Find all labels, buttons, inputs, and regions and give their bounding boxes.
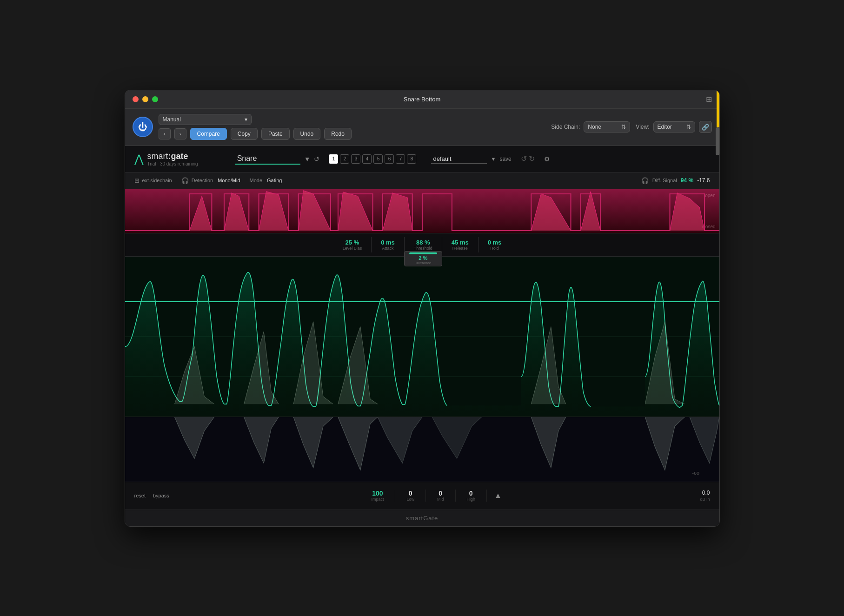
- mode-section[interactable]: Mode Gating: [250, 178, 282, 183]
- macro-name-input[interactable]: [431, 154, 487, 164]
- svg-rect-5: [125, 417, 719, 482]
- copy-button[interactable]: Copy: [231, 128, 258, 140]
- impact-label: Impact: [371, 497, 384, 502]
- undo-icon[interactable]: ↺: [521, 154, 527, 163]
- output-section: 0.0 dB In: [700, 490, 710, 502]
- svg-text:-60: -60: [692, 470, 699, 476]
- low-knob[interactable]: 0 Low: [395, 490, 426, 502]
- redo-icon[interactable]: ↻: [529, 154, 535, 163]
- view-dropdown[interactable]: Editor ⇅: [653, 121, 695, 132]
- signal-visualizer: -6 -12 -24 -36 75% 50% 25%: [125, 257, 719, 417]
- channel-btn-7[interactable]: 7: [396, 154, 405, 164]
- diff-signal-section: 🎧 Diff. Signal 94 % -17.6: [641, 177, 710, 184]
- attack-value: 0 ms: [381, 239, 395, 246]
- preset-arrow-icon[interactable]: ▼: [304, 155, 311, 163]
- close-button[interactable]: [133, 96, 139, 102]
- window-title: Snare Bottom: [404, 96, 441, 103]
- channel-btn-5[interactable]: 5: [373, 154, 383, 164]
- scroll-bar[interactable]: [716, 127, 719, 155]
- mid-knob[interactable]: 0 Mid: [426, 490, 456, 502]
- mid-label: Mid: [437, 497, 444, 502]
- preset-refresh-icon[interactable]: ↺: [314, 155, 319, 163]
- yellow-strip: [717, 90, 719, 127]
- channel-btn-6[interactable]: 6: [385, 154, 394, 164]
- minimize-button[interactable]: [142, 96, 148, 102]
- speaker-icon[interactable]: ▲: [487, 491, 509, 500]
- threshold-label: Threshold: [414, 246, 432, 251]
- link-button[interactable]: 🔗: [699, 121, 712, 133]
- detection-section[interactable]: 🎧 Detection Mono/Mid: [181, 177, 240, 184]
- tolerance-label: Tolerance: [415, 261, 431, 265]
- channel-btn-8[interactable]: 8: [407, 154, 416, 164]
- detection-mode-value: Mono/Mid: [218, 178, 240, 183]
- bottom-controls: reset bypass 100 Impact 0 Low 0 Mid 0 Hi…: [125, 482, 719, 510]
- diff-signal-label: Diff. Signal: [652, 178, 677, 183]
- channel-btn-3[interactable]: 3: [351, 154, 360, 164]
- mode-value: Gating: [267, 178, 282, 183]
- release-group[interactable]: 45 ms Release: [442, 237, 478, 252]
- ext-sidechain-item[interactable]: ⊟ ext.sidechain: [134, 177, 172, 184]
- high-value: 0: [469, 490, 473, 497]
- reset-button[interactable]: reset: [134, 493, 146, 498]
- params-bar: 25 % Level Bias 0 ms Attack 88 % Thresho…: [125, 233, 719, 257]
- preset-dropdown[interactable]: Manual ▾: [159, 114, 252, 125]
- ext-sidechain-icon: ⊟: [134, 177, 140, 184]
- channel-buttons: 1 2 3 4 5 6 7 8: [329, 154, 416, 164]
- release-value: 45 ms: [452, 239, 469, 246]
- save-button[interactable]: save: [499, 156, 511, 162]
- channel-btn-1[interactable]: 1: [329, 154, 338, 164]
- signal-bar: ⊟ ext.sidechain 🎧 Detection Mono/Mid Mod…: [125, 172, 719, 189]
- macro-arrow-icon[interactable]: ▼: [491, 156, 496, 162]
- view-label: View:: [636, 124, 649, 130]
- main-visualizer: open closed: [125, 189, 719, 482]
- preset-name-section: ▼ ↺: [235, 153, 320, 165]
- expand-icon[interactable]: ⊞: [706, 95, 712, 104]
- footer: smartGate: [125, 510, 719, 526]
- brand-logo: ⋀ smart:gate Trial · 30 days remaining: [134, 152, 198, 166]
- undo-redo-section: ↺ ↻: [521, 154, 535, 163]
- footer-text: smartGate: [406, 515, 439, 522]
- mid-value: 0: [439, 490, 442, 497]
- impact-value: 100: [372, 490, 383, 497]
- compare-button[interactable]: Compare: [190, 128, 227, 140]
- hold-value: 0 ms: [488, 239, 502, 246]
- hold-label: Hold: [490, 246, 499, 251]
- diff-headphone-icon: 🎧: [641, 177, 649, 184]
- impact-knob[interactable]: 100 Impact: [360, 490, 395, 502]
- signal-waveform-svg: [125, 257, 719, 417]
- lower-waveform-svg: -60: [125, 417, 719, 482]
- power-icon: ⏻: [138, 122, 147, 132]
- nav-next-button[interactable]: ›: [174, 128, 186, 139]
- level-bias-group[interactable]: 25 % Level Bias: [333, 237, 372, 252]
- bypass-button[interactable]: bypass: [153, 493, 169, 498]
- toolbar: ⏻ Manual ▾ ‹ › Compare Copy Paste Undo R…: [125, 109, 719, 146]
- threshold-line: [125, 301, 719, 302]
- preset-name-input[interactable]: [235, 153, 300, 165]
- level-bias-value: 25 %: [346, 239, 359, 246]
- hold-group[interactable]: 0 ms Hold: [478, 237, 511, 252]
- high-knob[interactable]: 0 High: [456, 490, 487, 502]
- plugin-window: Snare Bottom ⊞ ⏻ Manual ▾ ‹ › Compare Co…: [125, 90, 720, 527]
- side-chain-dropdown[interactable]: None ⇅: [584, 121, 630, 132]
- channel-btn-4[interactable]: 4: [362, 154, 372, 164]
- threshold-value: 88 %: [416, 239, 430, 246]
- undo-button[interactable]: Undo: [293, 128, 321, 140]
- redo-button[interactable]: Redo: [324, 128, 352, 140]
- brand-name: smart:gate: [147, 152, 198, 161]
- settings-icon[interactable]: ⚙: [544, 155, 550, 163]
- tolerance-bubble: 2 % Tolerance: [404, 251, 442, 266]
- tolerance-value: 2 %: [419, 255, 427, 261]
- attack-group[interactable]: 0 ms Attack: [372, 237, 405, 252]
- low-label: Low: [406, 497, 414, 502]
- trial-text: Trial · 30 days remaining: [147, 161, 198, 166]
- paste-button[interactable]: Paste: [261, 128, 290, 140]
- side-chain-label: Side Chain:: [551, 124, 580, 130]
- power-button[interactable]: ⏻: [133, 117, 153, 137]
- threshold-group[interactable]: 88 % Threshold 2 % Tolerance: [405, 237, 442, 252]
- nav-prev-button[interactable]: ‹: [159, 128, 171, 139]
- title-bar: Snare Bottom ⊞: [125, 90, 719, 109]
- view-section: View: Editor ⇅ 🔗: [636, 121, 711, 133]
- gate-waveform-svg: [125, 189, 719, 233]
- maximize-button[interactable]: [152, 96, 158, 102]
- channel-btn-2[interactable]: 2: [340, 154, 349, 164]
